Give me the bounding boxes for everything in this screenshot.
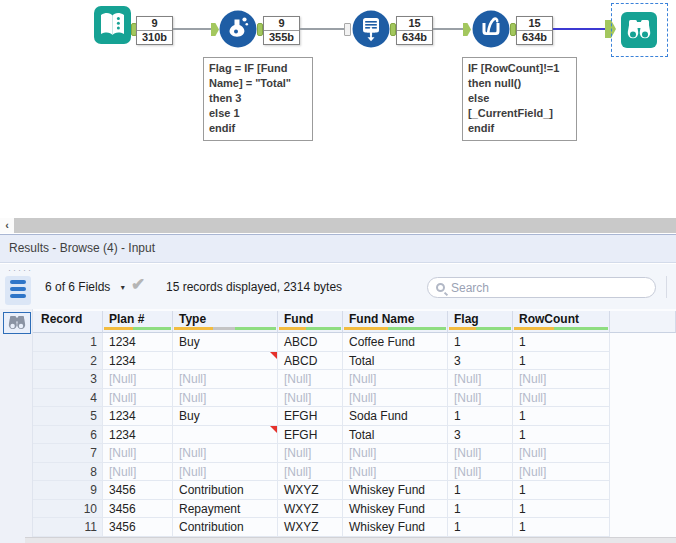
data-cell[interactable]: [Null]	[103, 370, 173, 389]
data-cell[interactable]: [Null]	[448, 463, 513, 482]
data-cell[interactable]: 1	[448, 500, 513, 519]
data-cell[interactable]: 1234	[103, 407, 173, 426]
formula-tool[interactable]	[219, 10, 257, 48]
data-cell[interactable]: 3456	[103, 500, 173, 519]
record-number-cell[interactable]: 3	[33, 370, 103, 389]
data-cell[interactable]: 1	[513, 518, 610, 537]
data-cell[interactable]: Repayment	[173, 500, 278, 519]
data-cell[interactable]: 1	[513, 333, 610, 352]
data-cell[interactable]: 1	[513, 500, 610, 519]
data-cell[interactable]: 1234	[103, 426, 173, 445]
data-cell[interactable]: WXYZ	[278, 481, 343, 500]
data-cell[interactable]: [Null]	[448, 389, 513, 408]
input-data-tool[interactable]	[93, 5, 132, 45]
connection-wire-4-selected[interactable]	[553, 28, 605, 30]
fields-dropdown[interactable]: 6 of 6 Fields ▾	[45, 278, 125, 296]
multi-field-formula-tool[interactable]	[472, 10, 510, 48]
data-cell[interactable]: Contribution	[173, 518, 278, 537]
data-cell[interactable]: Coffee Fund	[343, 333, 448, 352]
data-cell[interactable]: 1	[448, 407, 513, 426]
record-number-cell[interactable]: 6	[33, 426, 103, 445]
data-cell[interactable]: [Null]	[448, 444, 513, 463]
record-number-cell[interactable]: 8	[33, 463, 103, 482]
data-cell[interactable]: [Null]	[513, 463, 610, 482]
data-cell[interactable]: WXYZ	[278, 518, 343, 537]
data-cell[interactable]: [Null]	[103, 389, 173, 408]
workflow-canvas[interactable]: 9 310b 9 355b	[0, 0, 676, 218]
data-cell[interactable]: [Null]	[343, 444, 448, 463]
data-cell[interactable]: [Null]	[278, 389, 343, 408]
data-cell[interactable]: WXYZ	[278, 500, 343, 519]
data-cell[interactable]: [Null]	[173, 389, 278, 408]
connection-count-4[interactable]: 15 634b	[516, 16, 553, 45]
record-number-cell[interactable]: 4	[33, 389, 103, 408]
data-cell[interactable]: 1	[513, 481, 610, 500]
record-number-cell[interactable]: 2	[33, 352, 103, 371]
data-cell[interactable]: 1	[513, 407, 610, 426]
connection-wire-1[interactable]	[173, 28, 211, 30]
column-header-type[interactable]: Type	[173, 311, 278, 333]
data-cell[interactable]: Total	[343, 352, 448, 371]
data-cell[interactable]: 1	[448, 481, 513, 500]
connection-count-1[interactable]: 9 310b	[136, 16, 173, 45]
data-cell[interactable]: [Null]	[513, 370, 610, 389]
data-cell[interactable]: Whiskey Fund	[343, 481, 448, 500]
data-cell[interactable]: [Null]	[278, 444, 343, 463]
record-number-cell[interactable]: 10	[33, 500, 103, 519]
data-cell[interactable]: [Null]	[278, 463, 343, 482]
data-cell[interactable]: EFGH	[278, 426, 343, 445]
column-header-rowcount[interactable]: RowCount	[513, 311, 610, 333]
formula-input-anchor[interactable]	[211, 23, 219, 36]
scrollbar-thumb[interactable]	[14, 218, 676, 233]
data-view-toggle-button[interactable]	[5, 276, 31, 305]
data-cell[interactable]: [Null]	[343, 370, 448, 389]
column-header-record[interactable]: Record	[33, 311, 103, 333]
connection-count-2[interactable]: 9 355b	[263, 16, 300, 45]
data-cell[interactable]: [Null]	[448, 370, 513, 389]
multi-field-formula-annotation[interactable]: IF [RowCount]!=1 then null() else [_Curr…	[462, 57, 577, 141]
data-cell[interactable]: Contribution	[173, 481, 278, 500]
formula-annotation[interactable]: Flag = IF [Fund Name] = "Total" then 3 e…	[203, 57, 313, 141]
record-number-cell[interactable]: 11	[33, 518, 103, 537]
data-cell[interactable]: EFGH	[278, 407, 343, 426]
canvas-horizontal-scrollbar[interactable]: ‹	[0, 218, 676, 233]
data-cell[interactable]: 1234	[103, 333, 173, 352]
panel-grip-dots-icon[interactable]: ·····	[8, 265, 33, 275]
data-cell[interactable]: 3	[448, 426, 513, 445]
data-cell[interactable]: [Null]	[173, 370, 278, 389]
multi-field-formula-input-anchor[interactable]	[463, 23, 471, 36]
data-cell[interactable]: ABCD	[278, 352, 343, 371]
column-header-fund-name[interactable]: Fund Name	[343, 311, 448, 333]
search-input[interactable]	[451, 281, 631, 295]
browse-profile-button[interactable]	[3, 312, 31, 334]
column-header-fund[interactable]: Fund	[278, 311, 343, 333]
data-cell[interactable]: 3456	[103, 518, 173, 537]
data-cell[interactable]: 1	[513, 352, 610, 371]
record-number-cell[interactable]: 1	[33, 333, 103, 352]
connection-count-3[interactable]: 15 634b	[396, 16, 433, 45]
data-cell[interactable]: Buy	[173, 407, 278, 426]
browse-tool[interactable]	[620, 11, 658, 49]
data-cell[interactable]: 3	[448, 352, 513, 371]
data-cell[interactable]: 1234	[103, 352, 173, 371]
data-cell[interactable]: Whiskey Fund	[343, 500, 448, 519]
record-number-cell[interactable]: 9	[33, 481, 103, 500]
data-cell[interactable]: 1	[513, 426, 610, 445]
scroll-left-button[interactable]: ‹	[0, 218, 14, 233]
data-cell[interactable]: [Null]	[173, 444, 278, 463]
data-cell[interactable]: [Null]	[278, 370, 343, 389]
table-bottom-scroll-strip[interactable]	[25, 537, 676, 543]
data-cell[interactable]: Buy	[173, 333, 278, 352]
apply-check-icon[interactable]: ✔	[131, 274, 145, 295]
data-cell[interactable]: [Null]	[103, 463, 173, 482]
column-header-plan[interactable]: Plan #	[103, 311, 173, 333]
data-cell[interactable]: [Null]	[513, 389, 610, 408]
generate-rows-input-anchor[interactable]	[344, 23, 351, 36]
data-cell[interactable]: [Null]	[103, 444, 173, 463]
column-header-flag[interactable]: Flag	[448, 311, 513, 333]
data-cell[interactable]: [Null]	[343, 463, 448, 482]
data-cell[interactable]: ABCD	[278, 333, 343, 352]
data-cell[interactable]: Total	[343, 426, 448, 445]
record-number-cell[interactable]: 7	[33, 444, 103, 463]
data-cell[interactable]	[173, 352, 278, 371]
